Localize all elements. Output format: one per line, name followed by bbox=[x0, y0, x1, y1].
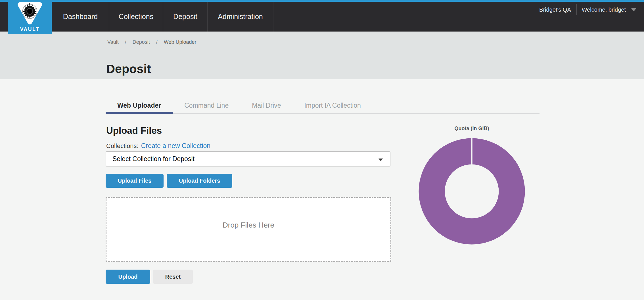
tab-label: Mail Drive bbox=[252, 102, 281, 109]
collections-line: Collections: Create a new Collection bbox=[106, 142, 210, 150]
collections-label: Collections: bbox=[106, 142, 139, 149]
quota-donut-chart bbox=[412, 132, 532, 251]
quota-chart-title: Quota (in GiB) bbox=[412, 126, 532, 132]
breadcrumb-deposit[interactable]: Deposit bbox=[133, 39, 150, 45]
tab-command-line[interactable]: Command Line bbox=[173, 99, 240, 114]
upload-files-heading: Upload Files bbox=[106, 125, 162, 136]
tab-import-ia-collection[interactable]: Import IA Collection bbox=[292, 99, 372, 114]
tab-label: Web Uploader bbox=[117, 102, 161, 109]
create-collection-link[interactable]: Create a new Collection bbox=[141, 142, 210, 149]
user-menu-caret-icon[interactable] bbox=[631, 8, 637, 11]
nav-item-collections[interactable]: Collections bbox=[109, 2, 163, 32]
nav-item-administration[interactable]: Administration bbox=[207, 2, 273, 32]
nav-menu: Dashboard Collections Deposit Administra… bbox=[52, 2, 273, 32]
breadcrumb-vault[interactable]: Vault bbox=[107, 39, 119, 45]
nav-item-deposit[interactable]: Deposit bbox=[163, 2, 207, 32]
vault-logo[interactable]: VAULT bbox=[8, 0, 52, 34]
page-header-band bbox=[0, 32, 644, 79]
drop-files-zone[interactable]: Drop Files Here bbox=[106, 197, 391, 262]
donut-segment-gap bbox=[471, 137, 472, 165]
upload-folders-button[interactable]: Upload Folders bbox=[167, 174, 232, 188]
upload-files-button[interactable]: Upload Files bbox=[106, 174, 164, 188]
welcome-user[interactable]: Welcome, bridget bbox=[582, 0, 626, 20]
tab-label: Import IA Collection bbox=[304, 102, 361, 109]
collection-select-value: Select Collection for Deposit bbox=[112, 155, 195, 163]
dropzone-text: Drop Files Here bbox=[223, 221, 274, 230]
nav-right-separator bbox=[576, 4, 577, 15]
tab-bar: Web Uploader Command Line Mail Drive Imp… bbox=[106, 99, 540, 114]
breadcrumb-separator: / bbox=[156, 39, 158, 45]
account-name[interactable]: Bridget's QA bbox=[539, 0, 571, 20]
top-accent-strip bbox=[0, 0, 644, 2]
breadcrumb-web-uploader: Web Uploader bbox=[164, 39, 196, 45]
tab-web-uploader[interactable]: Web Uploader bbox=[106, 99, 173, 114]
reset-button[interactable]: Reset bbox=[153, 270, 193, 284]
breadcrumb-separator: / bbox=[125, 39, 126, 45]
vault-logo-text: VAULT bbox=[20, 26, 40, 32]
tab-label: Command Line bbox=[184, 102, 229, 109]
breadcrumb: Vault / Deposit / Web Uploader bbox=[107, 39, 196, 45]
navbar: Dashboard Collections Deposit Administra… bbox=[0, 2, 644, 32]
nav-item-dashboard[interactable]: Dashboard bbox=[52, 2, 109, 32]
nav-right: Bridget's QA Welcome, bridget bbox=[539, 0, 637, 20]
tab-mail-drive[interactable]: Mail Drive bbox=[240, 99, 292, 114]
select-caret-icon bbox=[379, 159, 383, 161]
page-title: Deposit bbox=[106, 62, 151, 76]
upload-button[interactable]: Upload bbox=[106, 270, 150, 284]
collection-select[interactable]: Select Collection for Deposit bbox=[106, 151, 390, 166]
